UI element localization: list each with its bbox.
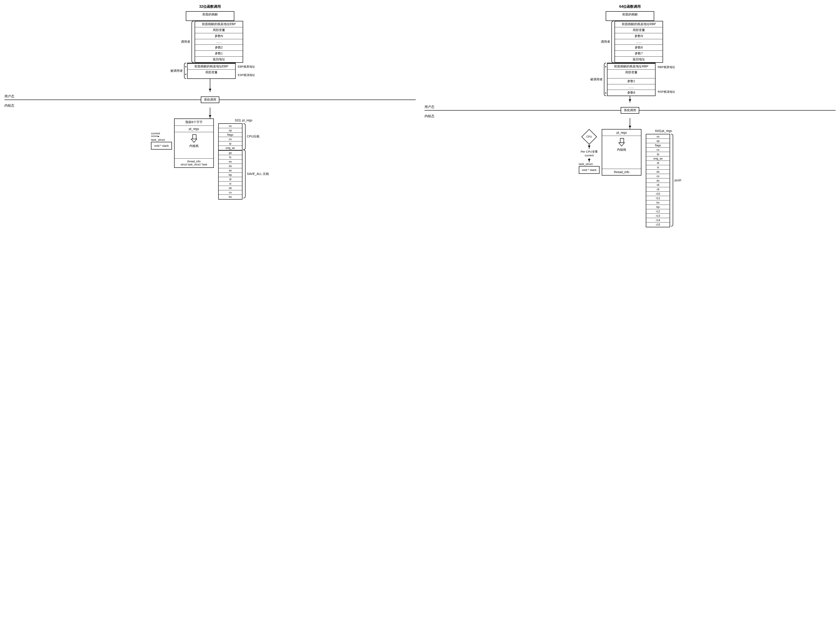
bracket-icon [191, 21, 194, 63]
ptregs-cell: cs [218, 137, 242, 142]
stack-cell: ...... [195, 39, 243, 45]
ptregs-cell: cs [646, 148, 670, 152]
stack-cell: 返回地址 [195, 56, 243, 63]
stack-cell: 局部变量 [615, 27, 663, 33]
stack-cell: ...... [615, 39, 663, 45]
stack-cell: 参数N [615, 33, 663, 39]
ptregs-cell: fs [218, 155, 242, 160]
bracket-icon [604, 63, 606, 96]
ptregs-cell: r15 [646, 223, 670, 227]
ptregs-cell: r9 [646, 187, 670, 192]
caller-label-64: 调用者 [593, 40, 610, 44]
col-64bit: 64位函数调用 前面的栈帧 调用者 前面栈帧的栈基地址RBP 局部变量 参数N … [425, 5, 836, 227]
void-stack-box: void * stack [151, 142, 172, 149]
ptregs-cell: r11 [646, 196, 670, 200]
mode-divider: 系统调用 [425, 107, 836, 114]
ptregs-cell: pt_regs [174, 126, 213, 132]
kernel-stack-cell: 内核栈 [602, 136, 641, 169]
ptregs-cell: ss [646, 134, 670, 139]
void-stack-box: void * stack [579, 166, 600, 174]
ptregs-cell: pt_regs [602, 130, 641, 136]
rbp-pointer-label: RBP栈基地址 [658, 65, 675, 69]
stack-cell: 前面栈帧的栈基地址RBP [608, 63, 655, 70]
ptregs-cell: di [646, 161, 670, 165]
arrow-down-icon [589, 145, 590, 149]
diagram-container: 32位函数调用 前面的栈帧 调用者 前面栈帧的栈基地址EBP 局部变量 参数N … [5, 5, 835, 227]
callee-stack-32: 前面栈帧的栈基地址EBP 局部变量 [187, 63, 236, 79]
stack-cell: 返回地址 [615, 56, 663, 63]
ptregs-cell: flags [218, 133, 242, 137]
ptregs-cell: sp [218, 128, 242, 133]
kernel-mode-label: 内核态 [5, 104, 14, 108]
prev-frame-32: 前面的栈帧 [186, 11, 234, 21]
ebp-pointer-label: EBP栈基地址 [238, 65, 255, 69]
ptregs-table-64: ss sp flags cs ip orig_ax di si dx cx ax… [646, 134, 670, 227]
ptregs-table-32: ss sp flags cs ip orig_ax gs fs es ds ax… [218, 123, 243, 200]
bracket-icon [671, 134, 673, 226]
rsp-pointer-label: RSP栈顶地址 [658, 90, 675, 94]
ptregs-cell: r14 [646, 218, 670, 223]
arrow-down-icon [210, 107, 210, 119]
caller-stack-64: 前面栈帧的栈基地址RBP 局部变量 参数N ...... 参数8 参数7 返回地… [614, 21, 663, 63]
ptregs-cell: ax [646, 178, 670, 183]
kernel-stack-cell: 内核栈 [174, 132, 213, 159]
ptregs-cell: bp [646, 205, 670, 209]
bracket-icon [611, 21, 614, 63]
stack-cell: 参数7 [615, 51, 663, 56]
callee-stack-64: 前面栈帧的栈基地址RBP 局部变量 参数1 ...... 参数6 [607, 63, 655, 96]
title-64: 64位函数调用 [425, 5, 836, 9]
prev-frame-64: 前面的栈帧 [606, 11, 654, 21]
ptregs-cell: cx [646, 174, 670, 178]
user-mode-label: 用户态 [425, 105, 434, 109]
stack-cell: 局部变量 [195, 27, 243, 33]
stack-cell: 参数2 [195, 45, 243, 51]
arrow-down-icon [630, 96, 630, 103]
ptregs-title-64: 64位pt_regs [646, 129, 681, 133]
title-32: 32位函数调用 [5, 5, 416, 9]
caller-label-32: 调用者 [173, 40, 190, 44]
mode-divider: 系统调用 [5, 96, 416, 103]
kernel-stack-64: pt_regs 内核栈 thread_info [602, 129, 641, 175]
stack-cell: 参数N [195, 33, 243, 39]
down-arrow-icon [618, 138, 625, 147]
reserve-cell: 预留8个字节 [174, 119, 213, 126]
stack-cell: 前面栈帧的栈基地址EBP [188, 63, 235, 70]
stack-cell: 参数1 [608, 78, 655, 84]
stack-cell: 局部变量 [188, 70, 235, 78]
percpu-label: Per CPU变量 current [580, 150, 597, 157]
down-arrow-icon [191, 134, 197, 143]
save-all-label: SAVE_ALL 压栈 [247, 172, 269, 176]
stack-cell: 前面栈帧的栈基地址RBP [615, 21, 663, 27]
thread-info-cell: thread_info struct task_struct *task [174, 159, 213, 168]
ptregs-cell: flags [646, 143, 670, 148]
thread-info-cell: thread_info [602, 169, 641, 175]
caller-stack-32: 前面栈帧的栈基地址EBP 局部变量 参数N ...... 参数2 参数1 返回地… [195, 21, 243, 63]
ptregs-cell: ds [218, 164, 242, 168]
stack-cell: 参数8 [615, 45, 663, 51]
stack-cell: 参数1 [195, 51, 243, 56]
ptregs-cell: r13 [646, 213, 670, 218]
ptregs-cell: cx [218, 190, 242, 195]
stack-cell: ...... [608, 84, 655, 90]
syscall-box: 系统调用 [621, 107, 639, 114]
kernel-area-64: CPU Per CPU变量 current task_struct void *… [425, 129, 836, 227]
ptregs-cell: orig_ax [646, 156, 670, 161]
ptregs-cell: r12 [646, 209, 670, 213]
syscall-box: 系统调用 [201, 96, 219, 103]
arrow-down-icon [630, 118, 630, 129]
ptregs-cell: ip [646, 152, 670, 156]
prev-frame-cell: 前面的栈帧 [606, 12, 654, 20]
ptregs-cell: dx [646, 169, 670, 174]
kernel-area-32: current ▸ task_struct void * stack 预留8个字… [5, 119, 416, 200]
ptregs-cell: bx [646, 200, 670, 205]
prev-frame-cell: 前面的栈帧 [186, 12, 234, 20]
task-struct-label: task_struct [579, 162, 593, 166]
ptregs-cell: di [218, 177, 242, 181]
user-mode-label: 用户态 [5, 94, 14, 98]
kernel-stack-32: 预留8个字节 pt_regs 内核栈 thread_info struct ta… [174, 119, 214, 168]
ptregs-cell: ip [218, 142, 242, 146]
ptregs-cell: si [646, 165, 670, 169]
ptregs-cell: r8 [646, 183, 670, 187]
arrow-down-icon [210, 79, 210, 92]
cpu-push-label: CPU压栈 [247, 134, 260, 139]
